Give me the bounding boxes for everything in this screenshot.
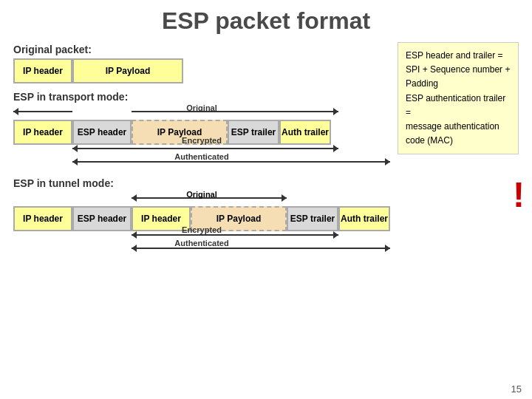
tunnel-encrypted-arrow [132, 234, 338, 236]
transport-mode-section: ESP in transport mode: Original IP heade… [13, 91, 390, 171]
original-packet-row: IP header IP Payload [13, 58, 390, 83]
transport-enc-auth-arrows: Encrypted Authenticated [13, 145, 390, 171]
info-line1: ESP header and trailer = [406, 49, 511, 63]
tunnel-ip-header-new: IP header [13, 206, 72, 231]
tunnel-mode-section: ESP in tunnel mode: Original IP header E… [13, 177, 390, 258]
tunnel-authenticated-arrow [132, 248, 390, 249]
tunnel-orig-arrows: Original [13, 192, 390, 205]
tunnel-mode-label: ESP in tunnel mode: [13, 177, 390, 189]
transport-ip-header: IP header [13, 120, 72, 145]
tunnel-esp-trailer: ESP trailer [287, 206, 338, 231]
info-box: ESP header and trailer = SPI + Sequence … [398, 42, 519, 154]
info-line3: ESP authentication trailer = [406, 92, 511, 120]
transport-orig-right-arrow [132, 111, 338, 112]
tunnel-encrypted-label: Encrypted [182, 225, 222, 234]
transport-orig-left-arrow [13, 111, 72, 112]
tunnel-authenticated-label: Authenticated [174, 239, 228, 248]
tunnel-esp-header: ESP header [72, 206, 132, 231]
original-packet-label: Original packet: [13, 44, 390, 55]
transport-mode-label: ESP in transport mode: [13, 91, 390, 103]
transport-orig-label: Original [186, 103, 217, 112]
transport-auth-trailer: Auth trailer [279, 120, 331, 145]
info-line2: SPI + Sequence number + Padding [406, 63, 511, 91]
transport-esp-header: ESP header [72, 120, 132, 145]
transport-authenticated-label: Authenticated [174, 152, 228, 161]
transport-orig-arrows: Original [13, 106, 390, 119]
tunnel-auth-trailer: Auth trailer [338, 206, 390, 231]
page-number: 15 [511, 383, 522, 395]
exclamation-mark: ! [513, 177, 525, 213]
page-title: ESP packet format [0, 0, 532, 39]
tunnel-orig-label: Original [186, 190, 217, 199]
transport-encrypted-label: Encrypted [182, 136, 222, 145]
transport-encrypted-arrow [72, 148, 338, 149]
tunnel-enc-auth-arrows: Encrypted Authenticated [13, 231, 390, 258]
transport-esp-trailer: ESP trailer [228, 120, 279, 145]
transport-authenticated-arrow [72, 161, 390, 163]
orig-ip-payload: IP Payload [72, 58, 183, 83]
info-line4: message authentication code (MAC) [406, 120, 511, 148]
orig-ip-header: IP header [13, 58, 72, 83]
